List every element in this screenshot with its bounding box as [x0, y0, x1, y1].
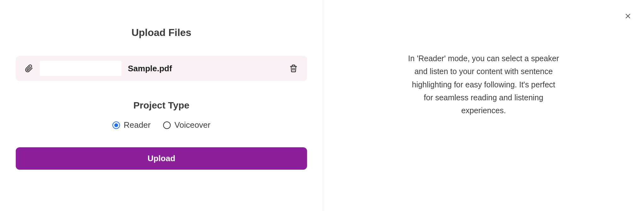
upload-panel: Upload Files Sample.pdf Project Type Rea…: [0, 0, 323, 211]
file-name: Sample.pdf: [128, 64, 282, 73]
page-title: Upload Files: [131, 27, 191, 38]
delete-file-button[interactable]: [289, 64, 298, 73]
radio-icon: [163, 121, 171, 129]
radio-reader[interactable]: Reader: [112, 120, 151, 130]
radio-label-voiceover: Voiceover: [174, 120, 210, 130]
attachment-icon: [25, 64, 33, 73]
mode-description: In 'Reader' mode, you can select a speak…: [408, 52, 559, 117]
file-thumbnail: [40, 61, 122, 76]
info-panel: In 'Reader' mode, you can select a speak…: [323, 0, 644, 211]
radio-voiceover[interactable]: Voiceover: [163, 120, 210, 130]
project-type-label: Project Type: [134, 100, 190, 111]
file-row: Sample.pdf: [16, 56, 307, 81]
radio-label-reader: Reader: [124, 120, 151, 130]
close-button[interactable]: [623, 11, 633, 21]
project-type-radio-group: Reader Voiceover: [112, 120, 210, 130]
radio-icon: [112, 121, 120, 129]
upload-button[interactable]: Upload: [16, 147, 307, 170]
